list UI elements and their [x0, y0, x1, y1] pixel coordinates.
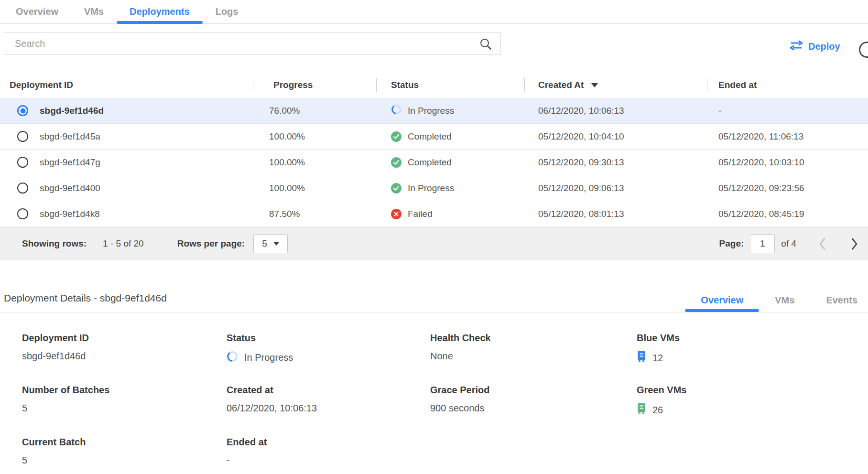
field-health-check: Health Check None — [430, 333, 637, 385]
search-input[interactable] — [4, 32, 501, 55]
details-tab-events[interactable]: Events — [810, 288, 868, 312]
table-row[interactable]: sbgd-9ef1d46d 76.00% In Progress 06/12/2… — [0, 98, 868, 124]
column-header-created-at-label: Created At — [538, 80, 584, 90]
table-header: Deployment ID Progress Status Created At… — [0, 72, 868, 98]
radio-button[interactable] — [17, 157, 28, 168]
status-text: In Progress — [408, 106, 454, 116]
vm-icon — [637, 403, 646, 417]
details-tab-vms[interactable]: VMs — [759, 288, 810, 312]
table-body: sbgd-9ef1d46d 76.00% In Progress 06/12/2… — [0, 98, 868, 227]
field-label: Health Check — [430, 333, 637, 344]
field-number-of-batches: Number of Batches 5 — [22, 385, 227, 437]
rows-per-page-select[interactable]: 5 — [253, 234, 288, 253]
field-label: Ended at — [227, 437, 430, 448]
field-value: 26 — [637, 403, 868, 417]
field-label: Blue VMs — [637, 333, 868, 344]
tab-deployments[interactable]: Deployments — [117, 0, 203, 23]
search-icon — [479, 37, 492, 53]
deployment-id: sbgd-9ef1d46d — [40, 106, 104, 116]
tab-overview[interactable]: Overview — [3, 0, 71, 23]
status-text: Completed — [408, 131, 452, 142]
created-at-value: 05/12/2020, 09:30:13 — [524, 157, 707, 168]
field-value: 5 — [22, 403, 227, 414]
field-created-at: Created at 06/12/2020, 10:06:13 — [227, 385, 430, 437]
sort-desc-icon — [591, 83, 598, 87]
progress-value: 76.00% — [253, 106, 376, 116]
refresh-icon[interactable] — [857, 40, 868, 59]
page-total: of 4 — [781, 238, 796, 249]
radio-button[interactable] — [17, 131, 28, 142]
field-value: 5 — [22, 455, 227, 466]
radio-button-selected[interactable] — [17, 105, 28, 116]
details-title: Deployment Details - sbgd-9ef1d46d — [4, 292, 167, 304]
field-value: 900 seconds — [430, 403, 637, 414]
swap-arrows-icon — [790, 40, 803, 53]
column-header-created-at[interactable]: Created At — [524, 72, 707, 98]
deploy-button-label: Deploy — [808, 41, 840, 52]
completed-icon — [391, 157, 401, 168]
rows-per-page-label: Rows per page: — [177, 238, 245, 249]
field-label: Current Batch — [22, 437, 227, 448]
ended-at-value: 05/12/2020, 11:06:13 — [707, 131, 868, 142]
radio-button[interactable] — [17, 208, 28, 219]
in-progress-spinner-icon — [227, 351, 238, 365]
created-at-value: 05/12/2020, 09:06:13 — [524, 183, 707, 194]
field-value: None — [430, 351, 637, 362]
field-value: 06/12/2020, 10:06:13 — [227, 403, 430, 414]
table-row[interactable]: sbgd-9ef1d47g 100.00% Completed 05/12/20… — [0, 150, 868, 175]
table-footer: Showing rows: 1 - 5 of 20 Rows per page:… — [0, 227, 868, 260]
next-page-icon[interactable] — [851, 237, 858, 250]
table-row[interactable]: sbgd-9ef1d4k8 87.50% Failed 05/12/2020, … — [0, 201, 868, 227]
deployment-id: sbgd-9ef1d4k8 — [40, 209, 100, 219]
radio-button[interactable] — [17, 183, 28, 194]
showing-rows-label: Showing rows: — [22, 238, 87, 249]
details-grid: Deployment ID sbgd-9ef1d46d Status In Pr… — [22, 333, 868, 474]
completed-icon — [391, 183, 401, 194]
field-label: Created at — [227, 385, 430, 396]
table-row[interactable]: sbgd-9ef1d45a 100.00% Completed 05/12/20… — [0, 124, 868, 150]
status-text: In Progress — [408, 183, 454, 194]
ended-at-value: 05/12/2020, 08:45:19 — [707, 209, 868, 219]
created-at-value: 06/12/2020, 10:06:13 — [524, 106, 707, 116]
status-text: Failed — [408, 209, 433, 219]
details-tab-bar: Overview VMs Events — [685, 288, 868, 312]
details-tab-overview[interactable]: Overview — [685, 288, 759, 312]
prev-page-icon[interactable] — [819, 237, 826, 250]
details-divider — [0, 312, 868, 312]
field-label: Grace Period — [430, 385, 637, 396]
ended-at-value: - — [707, 106, 868, 116]
field-deployment-id: Deployment ID sbgd-9ef1d46d — [22, 333, 227, 385]
in-progress-spinner-icon — [391, 104, 401, 117]
progress-value: 100.00% — [253, 131, 376, 142]
column-header-deployment-id: Deployment ID — [0, 72, 253, 98]
field-value: 12 — [637, 351, 868, 365]
field-label: Status — [227, 333, 430, 344]
vm-icon — [637, 351, 646, 365]
field-status: Status In Progress — [227, 333, 430, 385]
showing-rows-value: 1 - 5 of 20 — [103, 238, 144, 249]
tab-logs[interactable]: Logs — [203, 0, 251, 23]
deployment-id: sbgd-9ef1d45a — [40, 131, 100, 142]
column-header-ended-at: Ended at — [707, 72, 868, 98]
page-label: Page: — [719, 238, 744, 249]
field-grace-period: Grace Period 900 seconds — [430, 385, 637, 437]
field-value: - — [227, 455, 430, 466]
status-text: Completed — [408, 157, 452, 168]
field-blue-vms: Blue VMs 12 — [637, 333, 868, 385]
created-at-value: 05/12/2020, 08:01:13 — [524, 209, 707, 219]
page-number-input[interactable] — [750, 234, 775, 253]
field-value: sbgd-9ef1d46d — [22, 351, 227, 362]
table-row[interactable]: sbgd-9ef1d400 100.00% In Progress 05/12/… — [0, 175, 868, 201]
rows-per-page-value: 5 — [262, 238, 267, 249]
field-value: In Progress — [227, 351, 430, 365]
deploy-button[interactable]: Deploy — [790, 40, 840, 53]
tab-vms[interactable]: VMs — [71, 0, 117, 23]
progress-value: 100.00% — [253, 157, 376, 168]
top-tab-bar: Overview VMs Deployments Logs — [0, 0, 868, 24]
progress-value: 87.50% — [253, 209, 376, 219]
field-label: Deployment ID — [22, 333, 227, 344]
field-ended-at: Ended at - — [227, 437, 430, 474]
deployment-id: sbgd-9ef1d47g — [40, 157, 100, 168]
ended-at-value: 05/12/2020, 10:03:10 — [707, 157, 868, 168]
deployments-page: Overview VMs Deployments Logs Deploy Dep… — [0, 0, 868, 474]
